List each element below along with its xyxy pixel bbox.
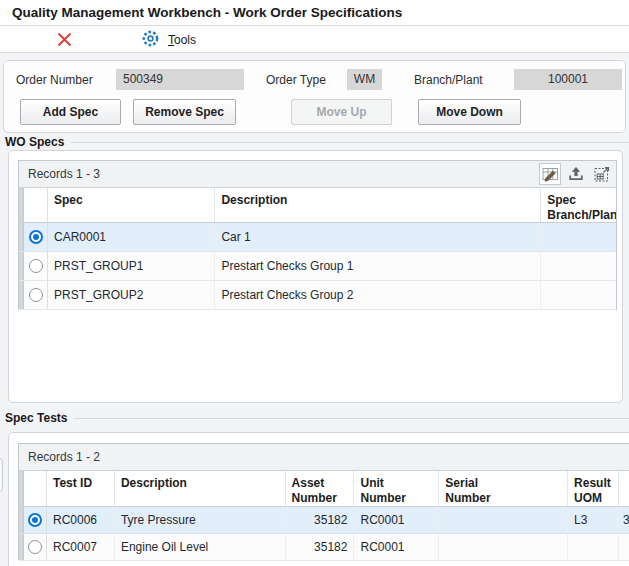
customize-grid-icon[interactable] xyxy=(539,163,561,185)
description-cell: Prestart Checks Group 1 xyxy=(215,252,541,280)
expand-grid-icon[interactable] xyxy=(591,163,613,185)
spec-branch-plant-cell xyxy=(541,223,616,251)
row-select-radio[interactable] xyxy=(24,252,48,280)
tools-label: Tools xyxy=(168,33,196,47)
spec-tests-section-title: Spec Tests xyxy=(5,411,67,425)
serial-number-cell xyxy=(439,507,568,533)
asset-number-cell: 35182 xyxy=(286,507,355,533)
tools-menu[interactable]: Tools xyxy=(141,29,196,51)
export-grid-icon[interactable] xyxy=(565,163,587,185)
description-cell: Engine Oil Level xyxy=(115,534,286,560)
spec-branch-plant-cell xyxy=(541,252,616,280)
asset-number-cell: 35182 xyxy=(286,534,355,560)
test-id-cell: RC0007 xyxy=(47,534,115,560)
wo-specs-records-label: Records 1 - 3 xyxy=(28,167,100,181)
order-type-field[interactable]: WM xyxy=(347,69,382,90)
table-row[interactable]: RC0007 Engine Oil Level 35182 RC0001 xyxy=(19,534,629,561)
result-uom-cell xyxy=(568,534,619,560)
description-column-header[interactable]: Description xyxy=(115,471,286,506)
description-cell: Tyre Pressure xyxy=(115,507,286,533)
spec-tests-header-row: Test ID Description Asset Number Unit Nu… xyxy=(19,471,629,507)
table-row[interactable]: RC0006 Tyre Pressure 35182 RC0001 L3 3 xyxy=(19,507,629,534)
select-column-header xyxy=(24,471,47,506)
wo-specs-records-bar: Records 1 - 3 xyxy=(19,161,616,188)
description-cell: Prestart Checks Group 2 xyxy=(215,281,541,309)
move-down-button[interactable]: Move Down xyxy=(418,99,521,125)
description-column-header[interactable]: Description xyxy=(215,188,541,222)
spec-tests-records-bar: Records 1 - 2 xyxy=(19,444,629,471)
spec-branch-plant-cell xyxy=(541,281,616,309)
spec-tests-records-label: Records 1 - 2 xyxy=(28,450,100,464)
description-cell: Car 1 xyxy=(215,223,541,251)
unit-number-column-header[interactable]: Unit Number xyxy=(354,471,439,506)
branch-plant-label: Branch/Plant xyxy=(414,70,483,90)
order-number-field[interactable]: 500349 xyxy=(116,69,244,90)
titlebar: Quality Management Workbench - Work Orde… xyxy=(0,0,629,26)
unit-number-cell: RC0001 xyxy=(354,507,439,533)
gear-icon xyxy=(141,29,160,51)
row-select-radio[interactable] xyxy=(24,534,47,560)
table-row[interactable]: CAR0001 Car 1 xyxy=(19,223,616,252)
unit-number-cell: RC0001 xyxy=(354,534,439,560)
clipped-cell: 3 xyxy=(619,507,629,533)
page-title: Quality Management Workbench - Work Orde… xyxy=(12,5,402,20)
test-id-cell: RC0006 xyxy=(47,507,115,533)
order-type-label: Order Type xyxy=(266,70,326,90)
result-uom-column-header[interactable]: Result UOM xyxy=(568,471,619,506)
clipped-cell xyxy=(619,534,629,560)
toolbar: Tools xyxy=(0,26,629,53)
test-id-column-header[interactable]: Test ID xyxy=(47,471,115,506)
close-icon[interactable] xyxy=(56,31,76,49)
wo-specs-section-header: WO Specs xyxy=(5,134,629,150)
wo-specs-section-title: WO Specs xyxy=(5,135,64,149)
spec-tests-section-header: Spec Tests xyxy=(5,410,629,426)
asset-number-column-header[interactable]: Asset Number xyxy=(286,471,355,506)
row-select-radio[interactable] xyxy=(24,223,48,251)
wo-specs-header-row: Spec Description Spec Branch/Plant xyxy=(19,188,616,223)
spec-column-header[interactable]: Spec xyxy=(48,188,215,222)
spec-cell: PRST_GROUP2 xyxy=(48,281,215,309)
remove-spec-button[interactable]: Remove Spec xyxy=(133,99,236,125)
spec-cell: CAR0001 xyxy=(48,223,215,251)
table-row[interactable]: PRST_GROUP1 Prestart Checks Group 1 xyxy=(19,252,616,281)
spec-branch-plant-column-header[interactable]: Spec Branch/Plant xyxy=(541,188,616,222)
select-column-header xyxy=(24,188,48,222)
table-row[interactable]: PRST_GROUP2 Prestart Checks Group 2 xyxy=(19,281,616,310)
clipped-column-header xyxy=(619,471,629,506)
row-select-radio[interactable] xyxy=(24,281,48,309)
spec-tests-grid: Records 1 - 2 Test ID Description Asset … xyxy=(18,443,629,560)
order-number-label: Order Number xyxy=(16,70,93,90)
row-select-radio[interactable] xyxy=(24,507,47,533)
serial-number-column-header[interactable]: Serial Number xyxy=(439,471,568,506)
branch-plant-field[interactable]: 100001 xyxy=(514,69,622,90)
clipped-panel-edge xyxy=(0,457,3,493)
spec-cell: PRST_GROUP1 xyxy=(48,252,215,280)
wo-specs-grid: Records 1 - 3 xyxy=(18,160,617,310)
serial-number-cell xyxy=(439,534,568,560)
result-uom-cell: L3 xyxy=(568,507,619,533)
move-up-button[interactable]: Move Up xyxy=(291,99,392,125)
wo-specs-grid-toolbar xyxy=(539,163,613,185)
add-spec-button[interactable]: Add Spec xyxy=(20,99,121,125)
application-window: Quality Management Workbench - Work Orde… xyxy=(0,0,629,566)
